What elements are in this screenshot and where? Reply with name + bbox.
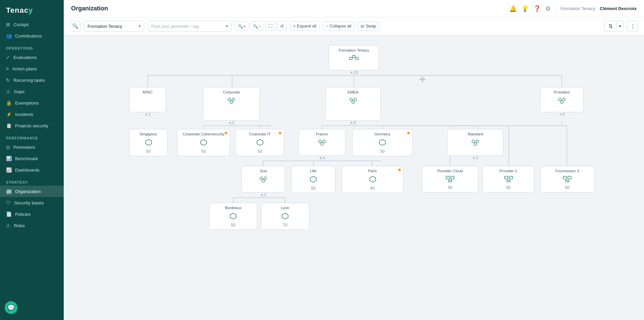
sidebar-item-perimeters[interactable]: ◎ Perimeters: [0, 141, 64, 153]
svg-point-42: [560, 101, 563, 104]
node-bordeaux[interactable]: Bordeaux 50: [209, 203, 257, 230]
zoom-group: 🔍+ 🔍− ⛶ ↺: [235, 21, 287, 31]
node-france[interactable]: France ∧ 4: [299, 129, 345, 156]
sidebar-item-cockpit[interactable]: ⊞ Cockpit: [0, 19, 64, 30]
contributions-icon: 👥: [6, 33, 12, 39]
bulb-icon[interactable]: 💡: [521, 5, 529, 12]
sidebar-item-benchmark[interactable]: 📊 Benchmark: [0, 153, 64, 164]
node-fournisseur3-label: Fournisseur 3: [555, 169, 579, 173]
zoom-in-button[interactable]: 🔍+: [235, 21, 249, 31]
action-plans-icon: ≡: [6, 66, 9, 71]
node-root[interactable]: Formation Tenacy ∧ 13: [329, 45, 379, 70]
zoom-out-button[interactable]: 🔍−: [250, 21, 264, 31]
node-singapour[interactable]: Singapour 50: [129, 129, 168, 156]
svg-point-41: [562, 98, 565, 101]
node-corp-it-icon: [256, 139, 264, 148]
svg-rect-72: [566, 180, 569, 182]
sidebar-item-recurring-tasks[interactable]: ↻ Recurring tasks: [0, 74, 64, 86]
node-standard[interactable]: Standard ∧ 2: [447, 129, 503, 156]
node-emea[interactable]: EMEA ∧ 5: [325, 87, 381, 121]
svg-point-50: [472, 140, 475, 143]
topbar-right: 🔔 💡 ❓ ⚙ Formation Tenacy Clément Descroi…: [509, 5, 637, 12]
search-button[interactable]: 🔍: [70, 21, 80, 31]
sidebar-item-action-plans[interactable]: ≡ Action plans: [0, 63, 64, 74]
svg-point-38: [354, 98, 357, 101]
reset-button[interactable]: ↺: [277, 21, 287, 31]
sidebar-item-risks[interactable]: ⚠ Risks: [0, 220, 64, 231]
more-options-button[interactable]: ⋮: [627, 21, 638, 31]
node-lille[interactable]: Lille 50: [291, 166, 335, 193]
svg-point-46: [319, 140, 321, 143]
node-sud[interactable]: Sud ∧ 2: [241, 166, 285, 193]
node-paris[interactable]: Paris 90: [341, 166, 404, 193]
node-corporate-label: Corporate: [223, 90, 240, 94]
sidebar: Tenacy ⊞ Cockpit 👥 Contributions OPERATI…: [0, 0, 64, 320]
fit-button[interactable]: ⛶: [265, 21, 276, 31]
node-apac[interactable]: APAC ∧ 1: [129, 87, 166, 112]
notification-icon[interactable]: 🔔: [509, 5, 517, 12]
node-fournisseur3-score: 50: [565, 185, 569, 190]
sidebar-item-incidents[interactable]: ⚡ Incidents: [0, 109, 64, 120]
node-germany[interactable]: Germany 50: [352, 129, 413, 156]
svg-rect-63: [504, 176, 508, 179]
node-paris-dot: [398, 169, 401, 171]
node-root-count: ∧ 13: [349, 70, 359, 74]
node-corp-cyber-score: 50: [201, 149, 206, 154]
swap-icon: ⇄: [361, 24, 364, 29]
sidebar-item-contributions[interactable]: 👥 Contributions: [0, 30, 64, 42]
swap-button[interactable]: ⇄ Swap: [358, 21, 379, 31]
help-icon[interactable]: ❓: [533, 5, 541, 12]
svg-rect-62: [448, 180, 452, 182]
sidebar-item-dashboards[interactable]: 📈 Dashboards: [0, 164, 64, 176]
sort-button[interactable]: ⇅: [604, 21, 616, 31]
sidebar-item-gaps[interactable]: ⚠ Gaps: [0, 86, 64, 97]
node-corporate[interactable]: Corporate ∧ 2: [203, 87, 260, 121]
organization-icon: 🏢: [6, 189, 12, 194]
svg-rect-59: [451, 176, 454, 179]
node-singapour-score: 50: [146, 149, 151, 154]
node-fournisseur3[interactable]: Fournisseur 3 50: [540, 166, 594, 193]
node-provider-cloud[interactable]: Provider Cloud 50: [422, 166, 478, 193]
node-corp-cyber-icon: [200, 139, 207, 148]
node-corp-it-label: Corporate IT: [249, 132, 271, 136]
node-corp-cyber-dot: [225, 132, 227, 134]
node-provider1-score: 50: [506, 185, 511, 190]
sidebar-item-exemptions[interactable]: 🔒 Exemptions: [0, 97, 64, 109]
svg-point-39: [352, 101, 355, 104]
node-corp-cyber[interactable]: Corporate Cybersecurity 50: [177, 129, 230, 156]
node-apac-count: ∧ 1: [144, 112, 152, 116]
svg-line-71: [567, 179, 570, 181]
perimeter-select[interactable]: Find your perimeter / tag: [148, 21, 231, 31]
node-sud-icon: [259, 176, 268, 185]
gaps-icon: ⚠: [6, 89, 10, 94]
sort-dropdown-button[interactable]: ▼: [616, 21, 624, 31]
sidebar-item-security-bases[interactable]: 🛡 Security bases: [0, 197, 64, 208]
sidebar-item-projects-security[interactable]: 📋 Projects security: [0, 120, 64, 131]
svg-line-61: [450, 179, 452, 181]
node-provider1[interactable]: Provider 1 50: [482, 166, 534, 193]
node-corp-it[interactable]: Corporate IT 50: [235, 129, 284, 156]
settings-icon[interactable]: ⚙: [545, 5, 551, 12]
chat-bubble-button[interactable]: 💬: [5, 301, 17, 314]
svg-marker-57: [370, 176, 376, 182]
sidebar-item-policies[interactable]: 📄 Policies: [0, 208, 64, 220]
svg-point-37: [350, 98, 353, 101]
organization-select[interactable]: Formation Tenacy: [84, 21, 144, 31]
main-content: Organization 🔔 💡 ❓ ⚙ Formation Tenacy Cl…: [64, 0, 644, 320]
svg-point-52: [474, 143, 477, 145]
node-providers[interactable]: Providers ∧ 5: [540, 87, 584, 112]
collapse-all-button[interactable]: − Collapse all: [323, 21, 354, 31]
node-lyon[interactable]: Lyon 70: [261, 203, 309, 230]
svg-point-51: [476, 140, 479, 143]
node-root-icon: [349, 55, 359, 64]
sidebar-item-organization[interactable]: 🏢 Organization: [0, 186, 64, 197]
sidebar-item-evaluations[interactable]: ✓ Evaluations: [0, 52, 64, 63]
expand-all-button[interactable]: + Expand all: [290, 21, 320, 31]
org-canvas[interactable]: ✛ Formation Tenacy ∧ 13 APAC ∧ 1 Corpora…: [64, 35, 644, 320]
svg-rect-30: [353, 55, 355, 58]
exemptions-icon: 🔒: [6, 100, 12, 106]
cockpit-icon: ⊞: [6, 22, 10, 27]
svg-point-34: [228, 98, 231, 101]
svg-point-47: [323, 140, 325, 143]
svg-rect-64: [509, 176, 513, 179]
